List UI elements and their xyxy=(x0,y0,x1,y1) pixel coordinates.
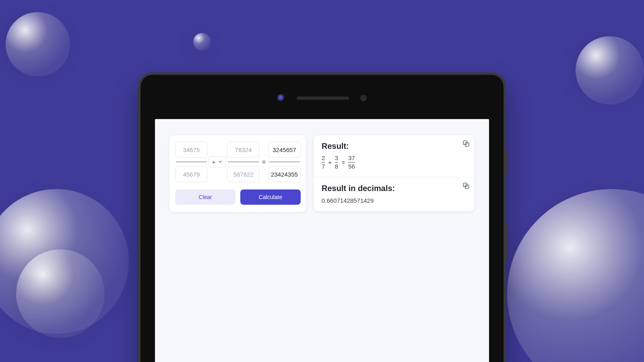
background-sphere xyxy=(6,12,70,76)
result-frac-b: 3 8 xyxy=(335,155,338,170)
expr-plus: + xyxy=(328,159,332,166)
equals-sign: = xyxy=(260,158,267,165)
tablet-frame: + = Clear Ca xyxy=(138,72,506,362)
fraction-2 xyxy=(227,142,260,182)
fraction1-denominator-input[interactable] xyxy=(175,166,208,182)
background-sphere xyxy=(16,249,105,338)
copy-icon[interactable] xyxy=(462,140,470,147)
fraction-bar xyxy=(176,162,207,162)
fraction1-numerator-input[interactable] xyxy=(175,142,208,158)
fraction-bar xyxy=(269,162,300,162)
background-sphere xyxy=(576,36,644,105)
chevron-down-icon xyxy=(218,159,223,165)
clear-button[interactable]: Clear xyxy=(175,189,235,205)
tablet-side-button xyxy=(505,224,508,260)
tablet-side-button xyxy=(505,151,508,174)
fraction-result xyxy=(268,142,301,182)
button-row: Clear Calculate xyxy=(175,189,301,205)
result-numerator xyxy=(268,142,301,158)
operator-value: + xyxy=(212,159,215,165)
result-decimal-title: Result in decimals: xyxy=(322,184,466,193)
result-fraction-section: Result: 2 7 + 3 8 = 37 xyxy=(314,135,475,177)
background-sphere xyxy=(193,33,211,51)
background-sphere xyxy=(507,189,644,362)
calculate-button[interactable]: Calculate xyxy=(240,189,301,205)
result-denominator xyxy=(268,166,301,182)
fraction2-numerator-input[interactable] xyxy=(227,142,260,158)
speaker-slot xyxy=(297,97,349,100)
sensor-dot xyxy=(360,95,367,101)
result-title: Result: xyxy=(322,142,466,151)
calculator-card: + = Clear Ca xyxy=(169,135,306,212)
result-decimal-section: Result in decimals: 0.66071428571429 xyxy=(314,177,475,211)
app-screen: + = Clear Ca xyxy=(155,119,489,362)
fraction-bar xyxy=(228,162,259,162)
result-card: Result: 2 7 + 3 8 = 37 xyxy=(314,135,475,211)
operator-select[interactable]: + xyxy=(208,156,226,168)
result-frac-a: 2 7 xyxy=(322,155,325,170)
copy-icon[interactable] xyxy=(462,182,470,189)
fraction-1 xyxy=(175,142,208,182)
result-expression: 2 7 + 3 8 = 37 56 xyxy=(322,155,466,170)
expr-eq: = xyxy=(341,159,345,166)
camera-icon xyxy=(277,94,285,102)
result-frac-c: 37 56 xyxy=(348,155,355,170)
tablet-sensor-bar xyxy=(140,94,504,102)
result-decimal-value: 0.66071428571429 xyxy=(322,197,466,204)
fraction-inputs: + = xyxy=(175,142,301,182)
fraction2-denominator-input[interactable] xyxy=(227,166,260,182)
